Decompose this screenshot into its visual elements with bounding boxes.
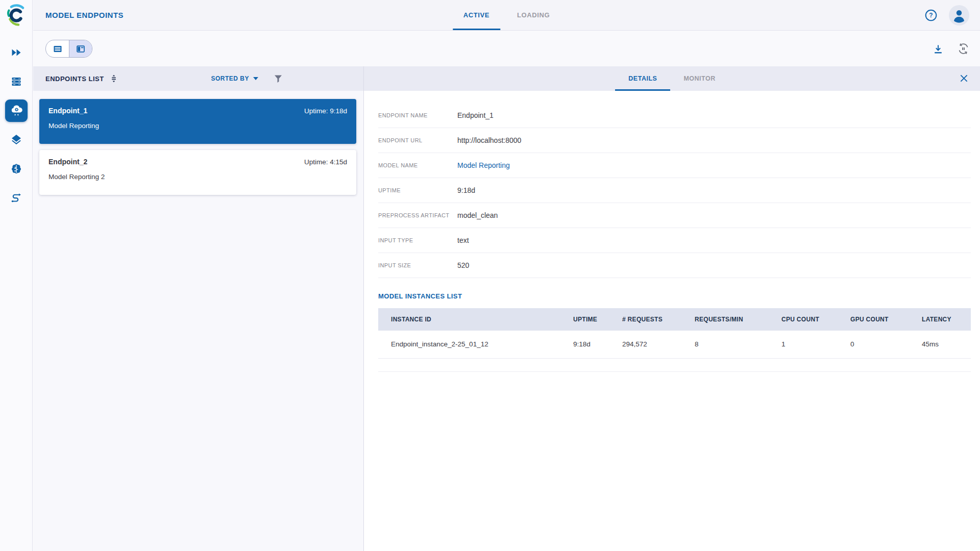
svg-text:?: ? [929,12,933,19]
column-header: GPU COUNT [850,308,922,331]
sidebar-item-datasets[interactable] [0,125,33,154]
endpoint-card-1[interactable]: Endpoint_1 Uptime: 9:18d Model Reporting [39,99,356,144]
page-title: MODEL ENDPOINTS [45,11,124,19]
flow-icon [10,192,22,204]
sidebar-item-ai-library[interactable] [0,154,33,183]
column-header: # REQUESTS [622,308,695,331]
split-view-button[interactable] [69,40,92,57]
sort-order-button[interactable] [109,74,118,83]
cell-instance-id: Endpoint_instance_2-25_01_12 [378,331,573,358]
endpoints-list-panel: ENDPOINTS LIST SORTED BY Endpoint_1 [33,66,364,551]
field-label: MODEL NAME [378,162,457,168]
field-label: INPUT TYPE [378,237,457,243]
sidebar-nav [0,38,32,212]
endpoint-uptime: Uptime: 9:18d [304,107,347,115]
field-label: PREPROCESS ARTIFACT [378,212,457,218]
chevron-down-icon [253,77,258,80]
fast-forward-icon [10,46,22,59]
instances-table: INSTANCE ID UPTIME # REQUESTS REQUESTS/M… [378,308,971,359]
cell-latency: 45ms [922,331,971,358]
topbar-tabs: ACTIVE LOADING [450,0,564,30]
sorted-by-label: SORTED BY [211,75,249,82]
close-icon [959,73,969,83]
logo-icon [5,4,28,27]
field-value: 9:18d [457,186,475,194]
endpoints-cards: Endpoint_1 Uptime: 9:18d Model Reporting… [33,91,363,195]
model-name-link[interactable]: Model Reporting [457,161,510,169]
column-header: CPU COUNT [781,308,850,331]
sidebar-item-projects[interactable] [0,38,33,67]
cnvrg-logo[interactable] [0,0,33,31]
endpoint-name: Endpoint_2 [48,158,87,166]
endpoint-model: Model Reporting 2 [48,173,347,181]
sidebar-item-endpoints[interactable] [0,96,33,125]
auto-refresh-button[interactable] [957,42,970,55]
sorted-by-button[interactable]: SORTED BY [211,75,258,82]
field-label: ENDPOINT NAME [378,112,457,118]
details-fields: ENDPOINT NAME Endpoint_1 ENDPOINT URL ht… [378,103,971,278]
cell-cpu-count: 1 [781,331,850,358]
tab-details[interactable]: DETAILS [615,66,670,91]
field-value: Endpoint_1 [457,111,494,119]
brain-icon [10,163,22,175]
topbar: MODEL ENDPOINTS ACTIVE LOADING ? [33,0,980,31]
tab-active[interactable]: ACTIVE [450,0,503,30]
instances-list-title: MODEL INSTANCES LIST [378,292,971,300]
details-panel: DETAILS MONITOR ENDPOINT NAME Endpoint_1… [364,66,980,551]
column-header: INSTANCE ID [378,308,573,331]
field-row: INPUT SIZE 520 [378,253,971,278]
endpoints-list-header: ENDPOINTS LIST SORTED BY [33,66,363,91]
field-row: ENDPOINT URL http://localhost:8000 [378,128,971,153]
endpoint-card-2[interactable]: Endpoint_2 Uptime: 4:15d Model Reporting… [39,150,356,195]
field-label: UPTIME [378,187,457,193]
list-view-icon [53,44,63,54]
cell-uptime: 9:18d [573,331,622,358]
endpoint-name: Endpoint_1 [48,107,87,115]
tab-loading[interactable]: LOADING [503,0,564,30]
field-label: ENDPOINT URL [378,137,457,143]
endpoints-list-title: ENDPOINTS LIST [45,75,104,83]
app-sidebar [0,0,33,551]
endpoint-model: Model Reporting [48,122,347,130]
main-content: ENDPOINTS LIST SORTED BY Endpoint_1 [33,66,980,551]
field-value: text [457,236,469,244]
toolbar [33,31,980,66]
list-view-button[interactable] [46,40,69,57]
sidebar-item-machines[interactable] [0,67,33,96]
field-row: ENDPOINT NAME Endpoint_1 [378,103,971,128]
download-icon [933,43,944,55]
sidebar-item-flows[interactable] [0,183,33,212]
filter-button[interactable] [274,74,283,83]
user-avatar[interactable] [949,5,969,26]
field-value: http://localhost:8000 [457,136,521,144]
cell-requests-min: 8 [695,331,781,358]
details-tabs-header: DETAILS MONITOR [364,66,980,91]
instance-table-row[interactable]: Endpoint_instance_2-25_01_12 9:18d 294,5… [378,331,971,358]
layers-icon [10,134,22,146]
cell-gpu-count: 0 [850,331,922,358]
field-value: model_clean [457,211,498,219]
field-value: 520 [457,261,469,269]
toolbar-actions [933,42,970,55]
column-header: UPTIME [573,308,622,331]
field-label: INPUT SIZE [378,262,457,268]
table-footer [378,359,971,372]
servers-icon [11,76,22,87]
field-row: UPTIME 9:18d [378,178,971,203]
field-row: PREPROCESS ARTIFACT model_clean [378,203,971,228]
close-details-button[interactable] [959,73,969,83]
tab-monitor[interactable]: MONITOR [670,66,728,91]
cell-requests: 294,572 [622,331,695,358]
filter-icon [274,74,283,83]
column-header: LATENCY [922,308,971,331]
help-button[interactable]: ? [924,9,938,22]
split-view-icon [76,44,86,54]
instances-table-header-row: INSTANCE ID UPTIME # REQUESTS REQUESTS/M… [378,308,971,331]
help-icon: ? [924,9,938,22]
topbar-actions: ? [924,5,969,26]
download-button[interactable] [933,43,944,55]
field-row: MODEL NAME Model Reporting [378,153,971,178]
field-row: INPUT TYPE text [378,228,971,253]
refresh-pause-icon [957,42,970,55]
user-avatar-icon [949,5,969,26]
